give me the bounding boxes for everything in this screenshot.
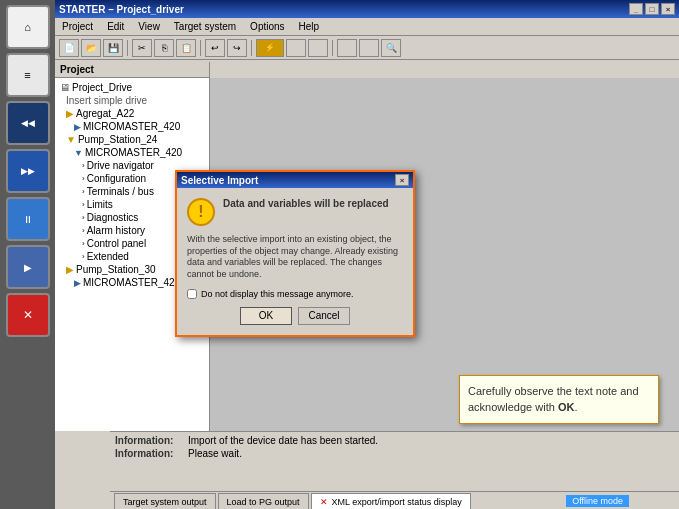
tab-target-label: Target system output (123, 497, 207, 507)
modal-title-bar: Selective Import × (177, 172, 413, 188)
tabs-bar: Target system output Load to PG output ✕… (110, 491, 679, 509)
callout-box: Carefully observe the text note and ackn… (459, 375, 659, 424)
play-icon: ▶ (24, 262, 32, 273)
pause-icon: ⏸ (23, 214, 33, 225)
rewind-button[interactable]: ◀◀ (6, 101, 50, 145)
left-sidebar: ⌂ ≡ ◀◀ ▶▶ ⏸ ▶ ✕ (0, 0, 55, 509)
selective-import-dialog: Selective Import × ! Data and variables … (175, 170, 415, 337)
tab-load-pg[interactable]: Load to PG output (218, 493, 309, 509)
modal-close-button[interactable]: × (395, 174, 409, 186)
tab-target-system[interactable]: Target system output (114, 493, 216, 509)
modal-buttons: OK Cancel (187, 307, 403, 325)
pause-button[interactable]: ⏸ (6, 197, 50, 241)
doc-icon: ≡ (24, 69, 30, 81)
status-row-1: Information: Import of the device date h… (115, 435, 674, 446)
status-value-2: Please wait. (188, 448, 242, 459)
tab-xml-label: XML export/import status display (332, 497, 462, 507)
doc-button[interactable]: ≡ (6, 53, 50, 97)
offline-mode-badge: Offline mode (566, 495, 629, 507)
dont-show-label: Do not display this message anymore. (201, 289, 354, 299)
stop-icon: ✕ (23, 308, 33, 322)
ok-button[interactable]: OK (240, 307, 292, 325)
modal-header-row: ! Data and variables will be replaced (187, 198, 403, 226)
cancel-button[interactable]: Cancel (298, 307, 350, 325)
status-label-2: Information: (115, 448, 180, 459)
status-row-2: Information: Please wait. (115, 448, 674, 459)
app-window: STARTER – Project_driver _ □ × Project E… (55, 0, 679, 509)
modal-content: ! Data and variables will be replaced Wi… (177, 188, 413, 335)
rewind-icon: ◀◀ (21, 118, 35, 128)
tab-xml-icon: ✕ (320, 497, 328, 507)
status-label-1: Information: (115, 435, 180, 446)
status-value-1: Import of the device date has been start… (188, 435, 378, 446)
modal-body-text: With the selective import into an existi… (187, 234, 403, 281)
callout-text: Carefully observe the text note and ackn… (468, 385, 639, 412)
stop-button[interactable]: ✕ (6, 293, 50, 337)
fast-forward-icon: ▶▶ (21, 166, 35, 176)
tab-load-label: Load to PG output (227, 497, 300, 507)
play-button[interactable]: ▶ (6, 245, 50, 289)
modal-main-text: Data and variables will be replaced (223, 198, 389, 209)
fast-forward-button[interactable]: ▶▶ (6, 149, 50, 193)
status-area: Information: Import of the device date h… (110, 431, 679, 491)
home-icon: ⌂ (24, 21, 31, 33)
tab-xml-status[interactable]: ✕ XML export/import status display (311, 493, 471, 509)
home-button[interactable]: ⌂ (6, 5, 50, 49)
dont-show-checkbox[interactable] (187, 289, 197, 299)
callout-bold-ok: OK (558, 401, 575, 413)
modal-checkbox-row: Do not display this message anymore. (187, 289, 403, 299)
warning-icon: ! (187, 198, 215, 226)
modal-title-text: Selective Import (181, 175, 258, 186)
